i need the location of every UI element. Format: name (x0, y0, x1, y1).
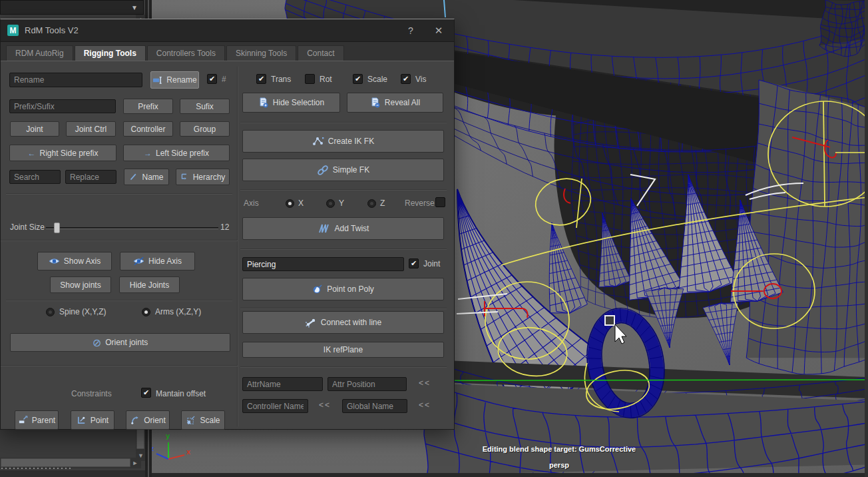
tab-controllers-tools[interactable]: Controllers Tools (147, 45, 225, 61)
rot-checkbox[interactable] (305, 74, 315, 84)
orient-constraint-button[interactable]: Orient (126, 410, 170, 430)
hide-selection-label: Hide Selection (273, 98, 324, 107)
tab-skinning-tools[interactable]: Skinning Tools (226, 45, 296, 61)
hash-label: # (222, 75, 226, 84)
right-side-prefix-label: Right Side prefix (39, 149, 98, 158)
search-name-label: Name (142, 173, 163, 182)
horizontal-scroll-thumb[interactable] (1, 458, 130, 467)
axis-y-radio[interactable] (326, 199, 335, 208)
search-input[interactable] (9, 170, 61, 184)
search-hierarchy-button[interactable]: Herarchy (176, 169, 230, 185)
show-joints-button[interactable]: Show joints (50, 276, 111, 293)
point-constraint-label: Point (91, 416, 108, 425)
sufix-button[interactable]: Sufix (180, 99, 230, 114)
tab-rigging-tools[interactable]: Rigging Tools (75, 45, 146, 61)
title-bar[interactable]: M RdM Tools V2 ? ✕ (1, 19, 454, 42)
orient-joints-button[interactable]: ⊘ Orient joints (10, 333, 230, 352)
search-hierarchy-label: Herarchy (193, 173, 226, 182)
search-name-button[interactable]: Name (124, 169, 169, 185)
hide-axis-label: Hide Axis (148, 256, 182, 266)
hide-selection-button[interactable]: Hide Selection (242, 93, 340, 113)
joint-checkbox[interactable]: ✔ (409, 258, 419, 268)
hide-joints-button[interactable]: Hide Joints (119, 276, 180, 293)
hash-checkbox[interactable]: ✔ (207, 74, 217, 84)
hide-axis-button[interactable]: Hide Axis (120, 252, 195, 270)
tab-contact[interactable]: Contact (298, 45, 343, 61)
chevron-down-icon: ▼ (131, 4, 138, 11)
show-axis-button[interactable]: Show Axis (37, 252, 112, 270)
joint-checkbox-label: Joint (423, 259, 440, 268)
trans-checkbox[interactable]: ✔ (256, 74, 266, 84)
left-side-prefix-button[interactable]: → Left Side prefix (123, 145, 230, 161)
screen: Editing blend shape target: GumsCorrecti… (0, 0, 868, 477)
vertical-scroll-thumb[interactable] (136, 429, 144, 449)
controller-name-input[interactable] (242, 399, 308, 413)
right-side-prefix-button[interactable]: ← Right Side prefix (9, 145, 116, 161)
reverse-label: Reverse (405, 199, 435, 208)
vis-checkbox[interactable]: ✔ (401, 74, 411, 84)
axis-x-radio-label: X (298, 199, 304, 208)
panel-grip (1, 468, 72, 469)
axis-x-radio[interactable] (286, 199, 294, 208)
create-ik-fk-button[interactable]: Create IK FK (242, 130, 444, 153)
axis-group-label: Axis (244, 199, 259, 208)
show-axis-label: Show Axis (64, 256, 101, 266)
scale-constraint-button[interactable]: Scale (181, 410, 225, 430)
axis-y-radio-label: Y (339, 199, 344, 208)
connect-with-line-button[interactable]: Connect with line (242, 311, 444, 334)
horizontal-scrollbar[interactable]: ► (0, 458, 141, 468)
mantain-offset-checkbox[interactable]: ✔ (141, 388, 151, 398)
camera-label: persp (526, 461, 592, 469)
viewport-status-text: Editing blend shape target: GumsCorrecti… (373, 445, 746, 453)
global-send-button[interactable]: << (419, 400, 431, 410)
vis-label: Vis (415, 75, 426, 84)
joint-size-slider-handle[interactable] (54, 223, 60, 233)
close-button[interactable]: ✕ (425, 19, 452, 42)
controller-button-label: Controller (130, 125, 165, 134)
scroll-right-icon[interactable]: ► (131, 459, 139, 467)
prefix-button-label: Prefix (138, 102, 158, 111)
point-on-poly-icon (312, 284, 323, 294)
parent-constraint-button[interactable]: Parent (15, 410, 59, 430)
piercing-name-input[interactable] (242, 257, 404, 271)
joint-ctrl-button[interactable]: Joint Ctrl (66, 121, 116, 137)
global-name-input[interactable] (342, 399, 407, 413)
orient-joints-label: Orient joints (105, 338, 148, 347)
attr-position-input[interactable] (327, 377, 407, 391)
orient-constraint-icon (130, 415, 140, 425)
help-button[interactable]: ? (397, 19, 424, 42)
scale-checkbox[interactable]: ✔ (353, 74, 363, 84)
joint-size-slider[interactable] (46, 227, 218, 229)
controller-button[interactable]: Controller (123, 121, 173, 137)
replace-input[interactable] (65, 170, 116, 184)
orient-joints-icon: ⊘ (93, 336, 101, 349)
divider (240, 189, 447, 191)
add-twist-button[interactable]: Add Twist (242, 217, 444, 240)
rename-input[interactable] (9, 73, 142, 87)
tab-rdm-autorig[interactable]: RDM AutoRig (6, 45, 73, 61)
constraints-label: Constraints (71, 389, 112, 398)
axis-z-radio[interactable] (367, 199, 376, 208)
point-constraint-button[interactable]: Point (71, 410, 114, 430)
spine-radio[interactable] (46, 308, 55, 316)
attr-name-input[interactable] (242, 377, 323, 391)
simple-fk-button[interactable]: Simple FK (242, 159, 444, 181)
mantain-offset-label: Mantain offset (156, 389, 206, 398)
reverse-checkbox[interactable] (435, 197, 445, 207)
attr-send-button[interactable]: << (419, 378, 431, 388)
arms-radio[interactable] (142, 308, 150, 316)
prefix-button[interactable]: Prefix (123, 99, 173, 114)
prefix-sufix-input[interactable] (9, 99, 116, 113)
reveal-all-label: Reveal All (385, 98, 420, 107)
scale-label: Scale (367, 75, 387, 84)
controller-send-button[interactable]: << (319, 400, 331, 410)
reveal-all-button[interactable]: Reveal All (347, 93, 443, 113)
group-button[interactable]: Group (180, 121, 230, 137)
point-on-poly-button[interactable]: Point on Poly (242, 278, 444, 300)
ik-refplane-button[interactable]: IK refPlane (242, 342, 444, 358)
divider (240, 122, 447, 123)
joint-button[interactable]: Joint (10, 121, 59, 137)
panel-dropdown[interactable]: ▼ (0, 0, 144, 15)
rename-button[interactable]: Rename (150, 71, 199, 89)
axis-z-radio-label: Z (380, 199, 385, 208)
